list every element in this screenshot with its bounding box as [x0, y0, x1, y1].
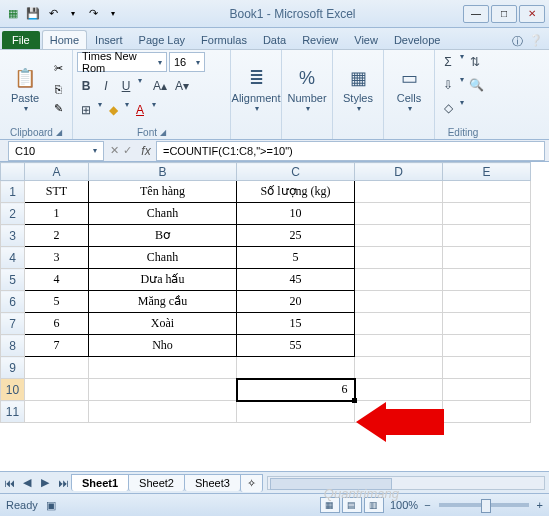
row-header[interactable]: 1	[1, 181, 25, 203]
cell[interactable]: 5	[25, 291, 89, 313]
cell[interactable]: Xoài	[89, 313, 237, 335]
cell[interactable]: Nho	[89, 335, 237, 357]
cut-button[interactable]: ✂	[48, 60, 68, 78]
cell[interactable]: 25	[237, 225, 355, 247]
tab-review[interactable]: Review	[294, 30, 346, 49]
cancel-formula-icon[interactable]: ✕	[110, 144, 119, 157]
fill-button[interactable]: ⇩	[439, 75, 457, 95]
cell[interactable]: 6	[25, 313, 89, 335]
cell[interactable]	[443, 335, 531, 357]
col-header-a[interactable]: A	[25, 163, 89, 181]
cell[interactable]: Tên hàng	[89, 181, 237, 203]
cell[interactable]	[237, 357, 355, 379]
autosum-button[interactable]: Σ	[439, 52, 457, 72]
redo-icon[interactable]: ↷	[84, 5, 102, 23]
cell[interactable]: 10	[237, 203, 355, 225]
sheet-nav-last[interactable]: ⏭	[54, 477, 72, 489]
cell[interactable]	[355, 357, 443, 379]
cell[interactable]: 55	[237, 335, 355, 357]
paste-button[interactable]: 📋 Paste ▾	[4, 62, 46, 115]
cell[interactable]: Măng cầu	[89, 291, 237, 313]
cell[interactable]	[443, 247, 531, 269]
cell[interactable]: Dưa hấu	[89, 269, 237, 291]
tab-data[interactable]: Data	[255, 30, 294, 49]
cell[interactable]	[443, 313, 531, 335]
tab-file[interactable]: File	[2, 31, 40, 49]
sheet-tab-2[interactable]: Sheet2	[128, 474, 185, 491]
horizontal-scrollbar[interactable]	[267, 476, 545, 490]
close-button[interactable]: ✕	[519, 5, 545, 23]
qat-dd-1[interactable]: ▾	[64, 5, 82, 23]
cell[interactable]	[443, 379, 531, 401]
row-header[interactable]: 2	[1, 203, 25, 225]
alignment-button[interactable]: ≣Alignment▾	[235, 62, 277, 115]
selected-cell[interactable]: 6	[237, 379, 355, 401]
styles-button[interactable]: ▦Styles▾	[337, 62, 379, 115]
cell[interactable]: Bơ	[89, 225, 237, 247]
cell[interactable]	[355, 313, 443, 335]
col-header-b[interactable]: B	[89, 163, 237, 181]
tab-view[interactable]: View	[346, 30, 386, 49]
fx-icon[interactable]: fx	[136, 144, 156, 158]
underline-button[interactable]: U	[117, 76, 135, 96]
cell[interactable]	[355, 269, 443, 291]
cell[interactable]	[25, 379, 89, 401]
sheet-nav-next[interactable]: ▶	[36, 476, 54, 489]
cell[interactable]	[355, 225, 443, 247]
border-button[interactable]: ⊞	[77, 100, 95, 120]
tab-page-layout[interactable]: Page Lay	[131, 30, 193, 49]
cell[interactable]	[25, 357, 89, 379]
col-header-d[interactable]: D	[355, 163, 443, 181]
cell[interactable]	[89, 401, 237, 423]
zoom-out-button[interactable]: −	[424, 499, 430, 511]
font-color-button[interactable]: A	[131, 100, 149, 120]
view-normal-button[interactable]: ▦	[320, 497, 340, 513]
bold-button[interactable]: B	[77, 76, 95, 96]
cell[interactable]	[443, 401, 531, 423]
cell[interactable]	[443, 181, 531, 203]
row-header[interactable]: 3	[1, 225, 25, 247]
cell[interactable]	[355, 291, 443, 313]
number-button[interactable]: %Number▾	[286, 62, 328, 115]
sort-button[interactable]: ⇅	[466, 52, 484, 72]
cell[interactable]	[443, 203, 531, 225]
sheet-nav-prev[interactable]: ◀	[18, 476, 36, 489]
grow-font-button[interactable]: A▴	[150, 76, 170, 96]
cell[interactable]	[443, 357, 531, 379]
tab-insert[interactable]: Insert	[87, 30, 131, 49]
save-icon[interactable]: 💾	[24, 5, 42, 23]
cell[interactable]: 15	[237, 313, 355, 335]
minimize-ribbon-icon[interactable]: ⓘ	[512, 34, 523, 49]
font-size-combo[interactable]: 16▾	[169, 52, 205, 72]
tab-formulas[interactable]: Formulas	[193, 30, 255, 49]
col-header-c[interactable]: C	[237, 163, 355, 181]
row-header[interactable]: 7	[1, 313, 25, 335]
font-launcher-icon[interactable]: ◢	[160, 128, 166, 137]
copy-button[interactable]: ⎘	[48, 80, 68, 98]
cell[interactable]	[443, 225, 531, 247]
format-painter-button[interactable]: ✎	[48, 100, 68, 118]
cell[interactable]: 1	[25, 203, 89, 225]
minimize-button[interactable]: —	[463, 5, 489, 23]
cell[interactable]: 20	[237, 291, 355, 313]
cell[interactable]: Chanh	[89, 247, 237, 269]
cell[interactable]	[237, 401, 355, 423]
view-layout-button[interactable]: ▤	[342, 497, 362, 513]
cell[interactable]: 7	[25, 335, 89, 357]
name-box[interactable]: C10▾	[8, 141, 104, 161]
font-name-combo[interactable]: Times New Rom▾	[77, 52, 167, 72]
clear-button[interactable]: ◇	[439, 98, 457, 118]
row-header[interactable]: 8	[1, 335, 25, 357]
tab-home[interactable]: Home	[42, 30, 87, 49]
cell[interactable]	[355, 203, 443, 225]
sheet-tab-1[interactable]: Sheet1	[71, 474, 129, 491]
formula-input[interactable]: =COUNTIF(C1:C8,">=10")	[156, 141, 545, 161]
cell[interactable]	[355, 379, 443, 401]
cell[interactable]: 45	[237, 269, 355, 291]
cell[interactable]: 2	[25, 225, 89, 247]
cell[interactable]: 4	[25, 269, 89, 291]
cell[interactable]	[89, 379, 237, 401]
col-header-e[interactable]: E	[443, 163, 531, 181]
shrink-font-button[interactable]: A▾	[172, 76, 192, 96]
row-header[interactable]: 5	[1, 269, 25, 291]
